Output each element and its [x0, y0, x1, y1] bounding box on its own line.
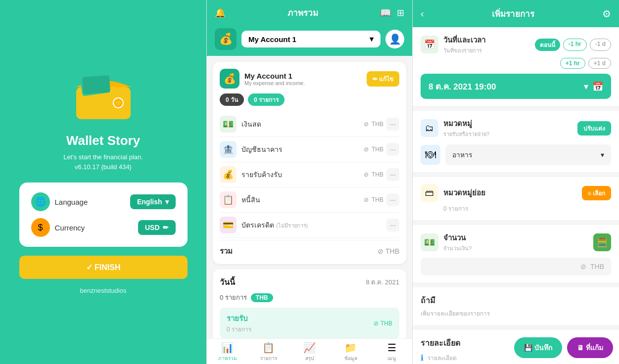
- select-subcategory-button[interactable]: ≡ เลือก: [582, 186, 611, 200]
- category-icon: 🗂: [421, 119, 438, 137]
- no-sync-icon: ⊘: [364, 146, 369, 153]
- nav-summary[interactable]: 📈 สรุป: [289, 342, 330, 362]
- account-avatar[interactable]: 👤: [385, 30, 404, 48]
- nav-data[interactable]: 📁 ข้อมูล: [330, 342, 371, 362]
- wallet-icon: [71, 70, 136, 124]
- datetime-row: 📅 วันที่และเวลา วันที่ของรายการ ตอนนี้ -…: [421, 34, 611, 55]
- account-item: 💳 บัตรเครดิต (ไม่มีรายการ) ···: [220, 213, 399, 238]
- chevron-down-icon: ▾: [370, 35, 374, 44]
- category-edit-button[interactable]: ปรับแต่ง: [577, 121, 611, 136]
- grid-icon[interactable]: ⊞: [397, 7, 404, 18]
- panel-overview: 🔔 ภาพรวม 📖 ⊞ 💰 My Account 1 ▾ 👤 💰 My Acc…: [206, 0, 413, 364]
- no-sync-icon: ⊘: [374, 320, 379, 327]
- date-value: 8 ต.ค. 2021 19:00: [429, 80, 496, 93]
- account-item: 🏦 บัญชีธนาคาร ⊘ THB ···: [220, 137, 399, 162]
- category-dropdown[interactable]: อาหาร ▾: [445, 144, 611, 165]
- chevron-down-icon: ▾: [601, 151, 604, 159]
- nav-menu-label: เมนู: [387, 355, 396, 362]
- nav-overview[interactable]: 📊 ภาพรวม: [207, 342, 248, 362]
- language-icon: 🌐: [31, 192, 50, 211]
- account-card: 💰 My Account 1 My expense and income. ✏ …: [213, 62, 406, 264]
- acc-info-text: My Account 1 My expense and income.: [244, 72, 305, 86]
- today-sub: 0 รายการ THB: [220, 292, 399, 303]
- save-secondary-button[interactable]: 🖥 ที่แก้ม: [567, 337, 613, 358]
- add-transaction-title: เพิ่มรายการ: [424, 7, 602, 20]
- account-selector[interactable]: My Account 1 ▾: [241, 31, 381, 47]
- plus1d-badge[interactable]: +1 d: [588, 58, 611, 69]
- more-button[interactable]: ···: [386, 143, 399, 156]
- debt-icon: 📋: [220, 191, 237, 208]
- settings-icon[interactable]: ⚙: [602, 8, 611, 20]
- brand-label: benzneststudios: [80, 287, 127, 294]
- total-row: รวม ⊘ THB: [220, 240, 399, 257]
- subcategory-icon: 🗃: [421, 184, 438, 202]
- note-section: ถ้ามี เพิ่มรายละเอียดของรายการ: [413, 287, 619, 325]
- minus1d-badge[interactable]: -1 d: [590, 39, 611, 51]
- currency-dropdown[interactable]: USD ✏: [138, 220, 176, 235]
- bell-icon[interactable]: 🔔: [215, 7, 226, 18]
- transactions-nav-icon: 📋: [262, 342, 275, 354]
- acc-main-icon: 💰: [220, 69, 239, 89]
- add-transaction-content: 📅 วันที่และเวลา วันที่ของรายการ ตอนนี้ -…: [413, 27, 619, 364]
- account-item: 💵 เงินสด ⊘ THB ···: [220, 112, 399, 137]
- thb-badge: THB: [251, 293, 273, 302]
- account-icon-box: 💰: [215, 28, 237, 50]
- calendar-picker-icon[interactable]: 📅: [592, 81, 603, 92]
- more-button[interactable]: ···: [386, 219, 399, 231]
- panel-wallet-story: Wallet Story Let's start the financial p…: [0, 0, 206, 364]
- nav-data-label: ข้อมูล: [344, 355, 357, 362]
- calculator-button[interactable]: 🧮: [593, 233, 611, 251]
- plus1hr-badge[interactable]: +1 hr: [560, 58, 585, 69]
- cash-icon: 💵: [220, 116, 237, 133]
- nav-summary-label: สรุป: [305, 355, 314, 362]
- time-badges: ตอนนี้ -1 hr -1 d: [535, 39, 611, 51]
- currency-label: Currency: [55, 224, 85, 232]
- badge-row: 0 วัน 0 รายการ: [220, 93, 399, 106]
- nav-transactions[interactable]: 📋 รายการ: [248, 342, 289, 362]
- today-card: วันนี้ 8 ต.ค. 2021 0 รายการ THB รายรับ 0…: [213, 269, 406, 338]
- credit-icon: 💳: [220, 217, 237, 233]
- overview-content: 💰 My Account 1 My expense and income. ✏ …: [207, 56, 412, 338]
- today-header: วันนี้ 8 ต.ค. 2021: [220, 276, 399, 288]
- chevron-down-icon[interactable]: ▾: [584, 81, 588, 92]
- no-sync-icon: ⊘: [364, 121, 369, 128]
- nav-transactions-label: รายการ: [260, 355, 277, 362]
- no-sync-icon: ⊘: [378, 247, 383, 255]
- svg-point-5: [116, 100, 121, 105]
- now-badge[interactable]: ตอนนี้: [535, 39, 560, 51]
- panel-add-transaction: ‹ เพิ่มรายการ ⚙ 📅 วันที่และเวลา วันที่ขอ…: [413, 0, 619, 364]
- account-bar: 💰 My Account 1 ▾ 👤: [207, 24, 412, 56]
- add-transaction-header: ‹ เพิ่มรายการ ⚙: [413, 0, 619, 27]
- amount-icon: 💵: [421, 233, 438, 251]
- settings-card: 🌐 Language English ▾ $ Currency USD ✏: [19, 182, 188, 247]
- category-dropdown-row: 🍽 อาหาร ▾: [421, 144, 611, 165]
- finish-button[interactable]: ✓ FINISH: [19, 256, 188, 279]
- minus1hr-badge[interactable]: -1 hr: [563, 39, 587, 51]
- account-card-info: 💰 My Account 1 My expense and income.: [220, 69, 305, 89]
- currency-row: $ Currency USD ✏: [31, 218, 176, 237]
- language-dropdown[interactable]: English ▾: [130, 194, 176, 209]
- subcategory-section: 🗃 หมวดหมู่ย่อย ≡ เลือก 0 รายการ: [413, 177, 619, 220]
- nav-menu[interactable]: ☰ เมนู: [371, 342, 412, 362]
- date-selector[interactable]: 8 ต.ค. 2021 19:00 ▾ 📅: [421, 74, 611, 99]
- save-button[interactable]: 💾 บันทึก: [514, 337, 562, 358]
- edit-account-button[interactable]: ✏ แก้ไข: [367, 71, 399, 87]
- chevron-down-icon: ▾: [165, 198, 169, 206]
- more-button[interactable]: ···: [386, 193, 399, 206]
- edit-icon: ✏: [163, 224, 169, 231]
- amount-input[interactable]: ⊘ THB: [421, 258, 611, 275]
- account-item: 📋 หนี้สิน ⊘ THB ···: [220, 187, 399, 213]
- book-icon[interactable]: 📖: [380, 7, 391, 18]
- overview-header: 🔔 ภาพรวม 📖 ⊞: [207, 0, 412, 24]
- language-row: 🌐 Language English ▾: [31, 192, 176, 211]
- more-button[interactable]: ···: [386, 168, 399, 181]
- app-title: Wallet Story: [66, 133, 140, 148]
- data-nav-icon: 📁: [344, 342, 357, 354]
- subcategory-header: 🗃 หมวดหมู่ย่อย ≡ เลือก: [421, 184, 611, 202]
- info-icon: ℹ: [421, 353, 424, 363]
- bank-icon: 🏦: [220, 141, 237, 158]
- back-button[interactable]: ‹: [421, 8, 424, 19]
- more-button[interactable]: ···: [386, 118, 399, 131]
- no-sync-icon: ⊘: [364, 196, 369, 203]
- receivable-icon: 💰: [220, 166, 237, 183]
